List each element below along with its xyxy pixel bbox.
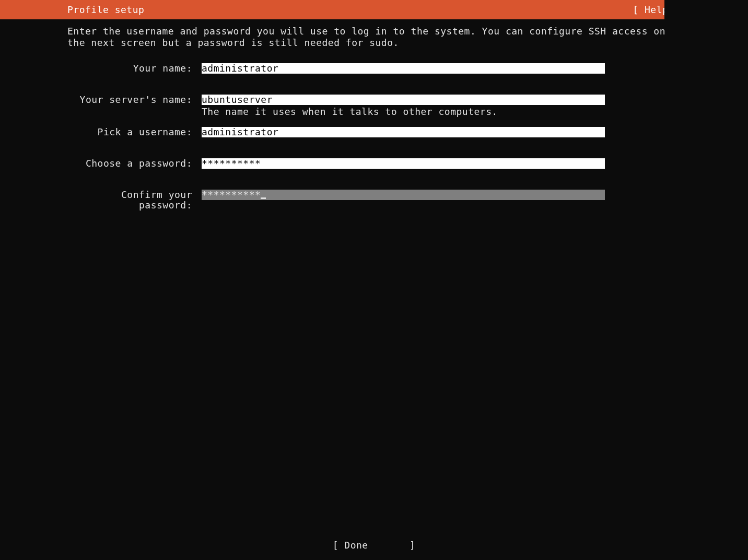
label-username: Pick a username: [67,127,192,137]
password-input[interactable]: ********** [202,158,605,169]
done-button[interactable]: [ Done ] [333,540,416,551]
page-title: Profile setup [67,4,144,15]
label-server: Your server's name: [67,95,192,105]
form-row-server: Your server's name: ubuntuserver The nam… [67,95,680,118]
cursor-icon [261,197,266,199]
header-bar: Profile setup [ Help ] [0,0,748,19]
label-confirm: Confirm your password: [67,190,192,211]
name-input[interactable]: administrator [202,63,605,74]
form-row-password: Choose a password: ********** [67,158,680,169]
form-row-confirm: Confirm your password: ********** [67,190,680,211]
content-area: Enter the username and password you will… [0,19,748,211]
label-password: Choose a password: [67,158,192,169]
form-row-name: Your name: administrator [67,63,680,74]
server-hint: The name it uses when it talks to other … [202,106,680,118]
instructions-text: Enter the username and password you will… [67,26,680,49]
footer: [ Done ] [0,540,748,551]
form-row-username: Pick a username: administrator [67,127,680,137]
confirm-password-input[interactable]: ********** [202,190,605,200]
label-name: Your name: [67,63,192,74]
server-input[interactable]: ubuntuserver [202,95,605,105]
username-input[interactable]: administrator [202,127,605,137]
right-margin [664,0,748,560]
